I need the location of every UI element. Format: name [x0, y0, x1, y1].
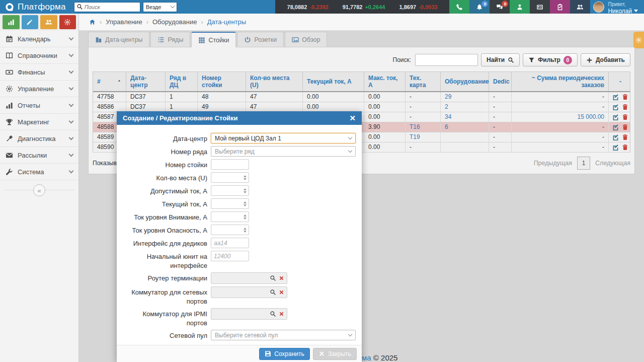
clear-x-icon[interactable] [279, 311, 284, 317]
breadcrumb-item-1[interactable]: Управление [106, 18, 142, 26]
sidebar-collapse-button[interactable]: « [33, 184, 45, 196]
edit-row-icon[interactable] [612, 94, 619, 100]
home-icon[interactable] [89, 19, 96, 25]
add-button[interactable]: Добавить [581, 53, 630, 66]
sidebar-item-chart[interactable]: Отчеты [0, 97, 78, 114]
table-search-input[interactable] [415, 54, 478, 66]
sidebar-item-calendar[interactable]: Календарь [0, 31, 78, 47]
field-number-input[interactable] [211, 211, 249, 222]
field-number-input[interactable] [211, 172, 249, 183]
sidebar-item-wrench[interactable]: Система [0, 164, 78, 180]
tab-building[interactable]: Дата-центры [88, 32, 149, 47]
spinner[interactable] [244, 173, 247, 182]
breadcrumb-item-3[interactable]: Дата-центры [207, 18, 246, 26]
tab-list[interactable]: Ряды [150, 32, 190, 47]
field-text-input[interactable] [211, 159, 249, 170]
contacts-card-button[interactable] [530, 0, 550, 14]
column-header-7[interactable]: Макс. ток, А [364, 72, 406, 91]
field-select[interactable]: Выберите ряд [211, 146, 356, 157]
find-button[interactable]: Найти [481, 53, 520, 66]
column-header-5[interactable]: Кол-во места (U) [246, 72, 303, 91]
tab-power[interactable]: Розетки [237, 32, 284, 47]
field-lookup-input[interactable] [211, 308, 287, 320]
close-icon[interactable]: ✕ [349, 114, 356, 122]
search-icon[interactable] [270, 289, 276, 296]
filter-button[interactable]: Фильтр 0 [523, 53, 578, 66]
settings-quick-button[interactable] [59, 15, 76, 29]
groups-button[interactable] [570, 0, 590, 14]
save-button[interactable]: Сохранить [259, 348, 310, 360]
global-search[interactable] [74, 2, 140, 12]
sidebar-item-gears[interactable]: Управление [0, 81, 78, 97]
field-lookup-input[interactable] [211, 286, 287, 298]
column-header-6[interactable]: Текущий ток, А [303, 72, 364, 91]
pagination-next[interactable]: Следующая [595, 160, 630, 167]
badge: 0 [481, 1, 488, 7]
edit-row-icon[interactable] [612, 104, 619, 110]
spinner[interactable] [244, 186, 247, 195]
user-button[interactable] [510, 0, 530, 14]
column-header-12[interactable]: - [609, 72, 632, 91]
tab-image[interactable]: Обзор [285, 32, 327, 47]
delete-row-icon[interactable] [622, 144, 628, 151]
search-icon[interactable] [270, 311, 276, 317]
close-button[interactable]: Закрыть [313, 348, 357, 360]
delete-row-icon[interactable] [622, 124, 628, 130]
field-text-input[interactable] [211, 251, 249, 261]
clear-x-icon[interactable] [279, 275, 284, 281]
column-header-4[interactable]: Номер стойки [198, 72, 246, 91]
column-header-8[interactable]: Тех. карта [406, 72, 441, 91]
pagination-prev[interactable]: Предыдущая [534, 160, 572, 167]
stats-quick-button[interactable] [3, 15, 20, 29]
phone-button[interactable] [449, 0, 469, 14]
chat-messages-button[interactable]: 0 [490, 0, 510, 14]
delete-row-icon[interactable] [622, 134, 628, 140]
notifications-bell-button[interactable]: 0 [469, 0, 490, 14]
copyright-link[interactable]: ма [362, 353, 371, 362]
tab-grid[interactable]: Стойки [191, 32, 236, 47]
field-select[interactable]: Выберите сетевой пул [211, 330, 356, 340]
field-number-input[interactable] [211, 198, 249, 209]
sidebar-item-envelope[interactable]: Рассылки [0, 147, 78, 164]
edit-row-icon[interactable] [612, 114, 619, 120]
column-header-1[interactable]: # [93, 72, 126, 91]
user-menu[interactable]: Привет, Николай [590, 0, 644, 14]
sidebar-item-hammer[interactable]: Диагностика [0, 130, 78, 147]
delete-row-icon[interactable] [622, 94, 628, 100]
delete-row-icon[interactable] [622, 104, 628, 110]
field-number-input[interactable] [211, 185, 249, 196]
edit-quick-button[interactable] [22, 15, 39, 29]
table-row-48586[interactable]: 48586DC37149470.000.00-2-- [93, 102, 630, 112]
field-number-input[interactable] [211, 225, 249, 235]
field-text-input[interactable] [211, 238, 249, 248]
column-header-11[interactable]: ~ Сумма периодических заказов [512, 72, 609, 91]
column-header-9[interactable]: Оборудование [441, 72, 489, 91]
delete-row-icon[interactable] [622, 114, 628, 120]
spinner[interactable] [244, 199, 247, 208]
clear-x-icon[interactable] [279, 289, 284, 295]
sidebar-item-banknote[interactable]: Финансы [0, 64, 78, 81]
modal-field-12: Коммутатор для сетевых портов [123, 286, 356, 306]
sidebar-item-trophy[interactable]: Маркетинг [0, 114, 78, 130]
edit-row-icon[interactable] [612, 144, 619, 151]
sidebar-item-book[interactable]: Справочники [0, 47, 78, 64]
column-header-10[interactable]: Dedic [489, 72, 512, 91]
global-search-input[interactable] [85, 4, 135, 10]
search-icon[interactable] [270, 275, 276, 281]
column-header-2[interactable]: Дата-центр [126, 72, 166, 91]
column-header-3[interactable]: Ряд в ДЦ [166, 72, 198, 91]
tasks-clipboard-button[interactable] [550, 0, 570, 14]
clients-quick-button[interactable] [40, 15, 57, 29]
pagination-page-1[interactable]: 1 [577, 157, 590, 170]
user-avatar[interactable] [593, 2, 604, 13]
settings-gear-tab[interactable] [633, 32, 644, 48]
table-row-47758[interactable]: 47758DC37148470.000.00-29-- [93, 92, 630, 102]
search-scope-select[interactable]: Везде [143, 2, 177, 12]
breadcrumb-item-2[interactable]: Оборудование [152, 18, 197, 26]
spinner[interactable] [244, 212, 247, 222]
field-lookup-input[interactable] [211, 272, 287, 284]
spinner[interactable] [244, 225, 247, 235]
edit-row-icon[interactable] [612, 134, 619, 140]
field-select[interactable]: Мой первый ЦОД Зал 1 [211, 133, 356, 143]
edit-row-icon[interactable] [612, 124, 619, 130]
